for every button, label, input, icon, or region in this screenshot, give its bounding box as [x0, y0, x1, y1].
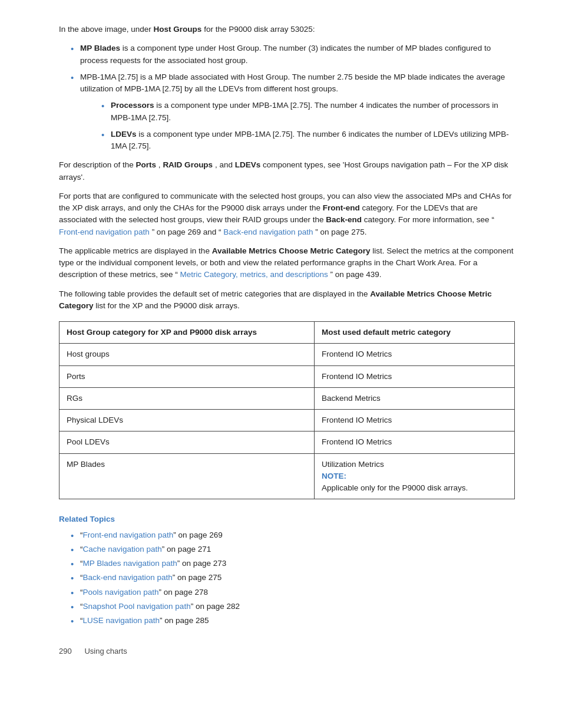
- bullet-processors: Processors is a component type under MPB…: [101, 100, 515, 124]
- table-row: Physical LDEVs Frontend IO Metrics: [59, 410, 515, 431]
- page-footer: 290 Using charts: [59, 645, 515, 657]
- related-link-pools[interactable]: Pools navigation path: [83, 588, 159, 597]
- table-header-col1: Host Group category for XP and P9000 dis…: [59, 322, 315, 344]
- para3-text5: ” on page 275.: [315, 228, 366, 236]
- table-cell-physldevs-metric: Frontend IO Metrics: [314, 410, 514, 431]
- table-cell-hostgroups-metric: Frontend IO Metrics: [314, 344, 514, 365]
- related-link-frontend[interactable]: Front-end navigation path: [83, 531, 174, 539]
- para3-text4: ” on page 269 and “: [152, 228, 222, 236]
- list-item: “Pools navigation path” on page 278: [71, 587, 515, 598]
- footer-label: Using charts: [84, 647, 127, 655]
- processors-label: Processors: [111, 101, 154, 110]
- related-item-suffix-3: ” on page 273: [177, 559, 226, 568]
- table-cell-ports-metric: Frontend IO Metrics: [314, 365, 514, 387]
- para-5: The following table provides the default…: [59, 288, 515, 312]
- footer-spacer: [74, 647, 82, 655]
- related-link-cache[interactable]: Cache navigation path: [83, 545, 162, 554]
- related-item-suffix-5: ” on page 278: [159, 588, 208, 597]
- table-cell-mpblades-label: MP Blades: [59, 453, 315, 499]
- table-header-row: Host Group category for XP and P9000 dis…: [59, 322, 515, 344]
- para2-bold-ldevs: LDEVs: [235, 160, 261, 169]
- para5-text1: The following table provides the default…: [59, 289, 370, 298]
- ldevs-label: LDEVs: [111, 130, 137, 139]
- para5-text2: list for the XP and the P9000 disk array…: [95, 301, 239, 310]
- related-link-luse[interactable]: LUSE navigation path: [83, 616, 160, 625]
- para2-bold-ports: Ports: [136, 160, 157, 169]
- table-row: MP Blades Utilization Metrics NOTE: Appl…: [59, 453, 515, 499]
- intro-text-1: In the above image, under: [59, 25, 154, 34]
- metric-category-table: Host Group category for XP and P9000 dis…: [59, 321, 515, 499]
- mpblades-note-label: NOTE:: [322, 472, 346, 480]
- list-item: “LUSE navigation path” on page 285: [71, 615, 515, 627]
- table-row: Ports Frontend IO Metrics: [59, 365, 515, 387]
- related-item-suffix-2: ” on page 271: [162, 545, 211, 554]
- table-cell-physldevs-label: Physical LDEVs: [59, 410, 315, 431]
- intro-bold-1: Host Groups: [154, 25, 202, 34]
- para3-link-backend[interactable]: Back-end navigation path: [223, 228, 313, 236]
- table-row: Pool LDEVs Frontend IO Metrics: [59, 431, 515, 453]
- related-item-suffix-4: ” on page 275: [173, 573, 222, 582]
- table-row: RGs Backend Metrics: [59, 387, 515, 409]
- list-item: “MP Blades navigation path” on page 273: [71, 558, 515, 569]
- main-bullet-list: MP Blades is a component type under Host…: [71, 42, 515, 152]
- para2-bold-raid: RAID Groups: [163, 160, 213, 169]
- related-item-suffix-7: ” on page 285: [160, 616, 209, 625]
- mpblades-note-text: Applicable only for the P9000 disk array…: [322, 483, 468, 492]
- table-header-col2: Most used default metric category: [314, 322, 514, 344]
- page-number: 290: [59, 647, 72, 655]
- mpblades-metric-text: Utilization Metrics: [322, 460, 384, 469]
- table-cell-rgs-metric: Backend Metrics: [314, 387, 514, 409]
- para2-sep2: , and: [215, 160, 235, 169]
- related-item-suffix-1: ” on page 269: [173, 531, 222, 539]
- processors-text: is a component type under MPB-1MA [2.75]…: [111, 101, 498, 121]
- ldevs-text: is a component type under MPB-1MA [2.75]…: [111, 130, 509, 150]
- table-cell-mpblades-metric: Utilization Metrics NOTE: Applicable onl…: [314, 453, 514, 499]
- related-link-mpblades[interactable]: MP Blades navigation path: [83, 559, 177, 568]
- para4-text3: ” on page 439.: [330, 270, 381, 279]
- related-topics-heading: Related Topics: [59, 513, 515, 525]
- related-link-backend[interactable]: Back-end navigation path: [83, 573, 173, 582]
- para-4: The applicable metrics are displayed in …: [59, 245, 515, 281]
- mpb1ma-text: MPB-1MA [2.75] is a MP blade associated …: [80, 73, 505, 93]
- para3-bold-frontend: Front-end: [323, 203, 360, 212]
- list-item: “Front-end navigation path” on page 269: [71, 529, 515, 541]
- para3-link-frontend[interactable]: Front-end navigation path: [59, 228, 150, 236]
- intro-paragraph: In the above image, under Host Groups fo…: [59, 24, 515, 35]
- para4-link-metric[interactable]: Metric Category, metrics, and descriptio…: [180, 270, 328, 279]
- para2-text1: For description of the: [59, 160, 136, 169]
- para4-text1: The applicable metrics are displayed in …: [59, 246, 212, 255]
- mp-blades-label: MP Blades: [80, 44, 120, 52]
- para-3: For ports that are configured to communi…: [59, 190, 515, 238]
- para3-text3: category. For more information, see “: [364, 215, 494, 224]
- table-cell-poolldevs-metric: Frontend IO Metrics: [314, 431, 514, 453]
- related-link-snapshot[interactable]: Snapshot Pool navigation path: [83, 602, 191, 611]
- bullet-mpb1ma: MPB-1MA [2.75] is a MP blade associated …: [71, 71, 515, 153]
- mp-blades-text: is a component type under Host Group. Th…: [80, 44, 491, 64]
- table-cell-hostgroups-label: Host groups: [59, 344, 315, 365]
- list-item: “Snapshot Pool navigation path” on page …: [71, 601, 515, 612]
- bullet-mp-blades: MP Blades is a component type under Host…: [71, 42, 515, 67]
- bullet-ldevs: LDEVs is a component type under MPB-1MA …: [101, 129, 515, 153]
- para-2: For description of the Ports , RAID Grou…: [59, 159, 515, 183]
- related-item-suffix-6: ” on page 282: [191, 602, 240, 611]
- table-row: Host groups Frontend IO Metrics: [59, 344, 515, 365]
- intro-text-2: for the P9000 disk array 53025:: [204, 25, 315, 34]
- list-item: “Cache navigation path” on page 271: [71, 543, 515, 555]
- table-cell-ports-label: Ports: [59, 365, 315, 387]
- para3-bold-backend: Back-end: [326, 215, 362, 224]
- table-cell-poolldevs-label: Pool LDEVs: [59, 431, 315, 453]
- para4-bold1: Available Metrics Choose Metric Category: [212, 246, 371, 255]
- related-topics-list: “Front-end navigation path” on page 269 …: [71, 529, 515, 627]
- related-topics-section: Related Topics “Front-end navigation pat…: [59, 513, 515, 627]
- list-item: “Back-end navigation path” on page 275: [71, 572, 515, 584]
- sub-bullet-list: Processors is a component type under MPB…: [101, 100, 515, 152]
- table-cell-rgs-label: RGs: [59, 387, 315, 409]
